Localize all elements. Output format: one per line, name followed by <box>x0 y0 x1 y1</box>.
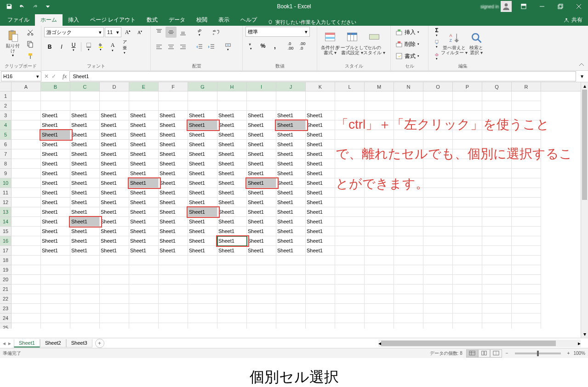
cell-G22[interactable] <box>188 294 217 304</box>
cell-L9[interactable] <box>335 169 365 178</box>
cell-L20[interactable] <box>335 275 365 285</box>
col-header-G[interactable]: G <box>188 82 217 91</box>
cell-F18[interactable] <box>159 256 188 265</box>
page-layout-view-button[interactable] <box>478 349 490 358</box>
cell-M14[interactable] <box>365 217 394 227</box>
cell-P2[interactable] <box>453 101 482 111</box>
row-header-5[interactable]: 5 <box>0 130 11 140</box>
cell-M10[interactable] <box>365 178 394 188</box>
cell-R11[interactable] <box>512 188 541 198</box>
cell-R14[interactable] <box>512 217 541 227</box>
name-box[interactable]: H16▾ <box>1 71 41 81</box>
cell-J10[interactable]: Sheet1 <box>276 178 306 188</box>
cell-Q25[interactable] <box>482 323 512 329</box>
cell-H11[interactable]: Sheet1 <box>217 188 247 198</box>
cell-C6[interactable]: Sheet1 <box>70 140 100 149</box>
cell-E16[interactable]: Sheet1 <box>129 236 159 246</box>
cell-P22[interactable] <box>453 294 482 304</box>
align-top-button[interactable] <box>154 27 165 38</box>
cell-D9[interactable]: Sheet1 <box>100 169 129 178</box>
cell-C23[interactable] <box>70 304 100 313</box>
cell-E2[interactable] <box>129 101 159 111</box>
cell-N14[interactable] <box>394 217 423 227</box>
cell-A18[interactable] <box>11 256 41 265</box>
cancel-formula-button[interactable]: ✕ <box>44 73 49 80</box>
cell-I7[interactable]: Sheet1 <box>247 149 276 159</box>
cell-A20[interactable] <box>11 275 41 285</box>
cell-E20[interactable] <box>129 275 159 285</box>
cell-A12[interactable] <box>11 198 41 207</box>
cell-N3[interactable] <box>394 111 423 120</box>
cell-D22[interactable] <box>100 294 129 304</box>
cell-C11[interactable]: Sheet1 <box>70 188 100 198</box>
cell-M19[interactable] <box>365 265 394 275</box>
cell-F25[interactable] <box>159 323 188 329</box>
cell-K19[interactable] <box>306 265 335 275</box>
cell-C20[interactable] <box>70 275 100 285</box>
cell-P14[interactable] <box>453 217 482 227</box>
cell-J11[interactable]: Sheet1 <box>276 188 306 198</box>
cell-B6[interactable]: Sheet1 <box>41 140 70 149</box>
cell-N13[interactable] <box>394 207 423 217</box>
col-header-Q[interactable]: Q <box>482 82 512 91</box>
cell-M18[interactable] <box>365 256 394 265</box>
format-cells-button[interactable]: 書式▾ <box>394 51 426 62</box>
cell-E18[interactable] <box>129 256 159 265</box>
vscroll-thumb[interactable] <box>582 90 587 200</box>
cell-P7[interactable] <box>453 149 482 159</box>
cell-D20[interactable] <box>100 275 129 285</box>
cell-G15[interactable]: Sheet1 <box>188 227 217 236</box>
cell-C14[interactable]: Sheet1 <box>70 217 100 227</box>
cell-J12[interactable]: Sheet1 <box>276 198 306 207</box>
col-header-F[interactable]: F <box>159 82 188 91</box>
cell-K24[interactable] <box>306 313 335 323</box>
cell-C4[interactable]: Sheet1 <box>70 120 100 130</box>
cell-Q3[interactable] <box>482 111 512 120</box>
col-header-A[interactable]: A <box>11 82 41 91</box>
cell-H18[interactable] <box>217 256 247 265</box>
cell-D6[interactable]: Sheet1 <box>100 140 129 149</box>
cell-P16[interactable] <box>453 236 482 246</box>
cell-L16[interactable] <box>335 236 365 246</box>
qat-customize[interactable] <box>42 1 53 11</box>
cell-F23[interactable] <box>159 304 188 313</box>
cell-D5[interactable]: Sheet1 <box>100 130 129 140</box>
cell-N18[interactable] <box>394 256 423 265</box>
cell-F16[interactable]: Sheet1 <box>159 236 188 246</box>
cell-B9[interactable]: Sheet1 <box>41 169 70 178</box>
cell-P25[interactable] <box>453 323 482 329</box>
increase-indent-button[interactable] <box>206 41 217 52</box>
cell-A25[interactable] <box>11 323 41 329</box>
cell-L23[interactable] <box>335 304 365 313</box>
font-color-button[interactable]: A▾ <box>107 41 118 52</box>
row-header-10[interactable]: 10 <box>0 178 11 188</box>
cell-B12[interactable]: Sheet1 <box>41 198 70 207</box>
cell-D3[interactable]: Sheet1 <box>100 111 129 120</box>
cell-L15[interactable] <box>335 227 365 236</box>
row-header-12[interactable]: 12 <box>0 198 11 207</box>
delete-cells-button[interactable]: 削除▾ <box>394 39 426 50</box>
cell-K21[interactable] <box>306 285 335 294</box>
row-header-9[interactable]: 9 <box>0 169 11 178</box>
sheet-tab-Sheet2[interactable]: Sheet2 <box>40 339 66 347</box>
cell-P24[interactable] <box>453 313 482 323</box>
col-header-K[interactable]: K <box>306 82 335 91</box>
cell-F15[interactable]: Sheet1 <box>159 227 188 236</box>
cell-Q2[interactable] <box>482 101 512 111</box>
cell-B10[interactable]: Sheet1 <box>41 178 70 188</box>
col-header-R[interactable]: R <box>512 82 541 91</box>
cell-C10[interactable]: Sheet1 <box>70 178 100 188</box>
cell-G1[interactable] <box>188 91 217 101</box>
cell-E9[interactable]: Sheet1 <box>129 169 159 178</box>
cell-C9[interactable]: Sheet1 <box>70 169 100 178</box>
cell-O13[interactable] <box>423 207 453 217</box>
col-header-H[interactable]: H <box>217 82 247 91</box>
orientation-button[interactable]: ab▾ <box>194 27 205 38</box>
cell-D25[interactable] <box>100 323 129 329</box>
cell-K5[interactable]: Sheet1 <box>306 130 335 140</box>
cell-B18[interactable] <box>41 256 70 265</box>
cell-L4[interactable] <box>335 120 365 130</box>
tab-ページ レイアウト[interactable]: ページ レイアウト <box>85 14 141 26</box>
cell-N25[interactable] <box>394 323 423 329</box>
cell-K6[interactable]: Sheet1 <box>306 140 335 149</box>
